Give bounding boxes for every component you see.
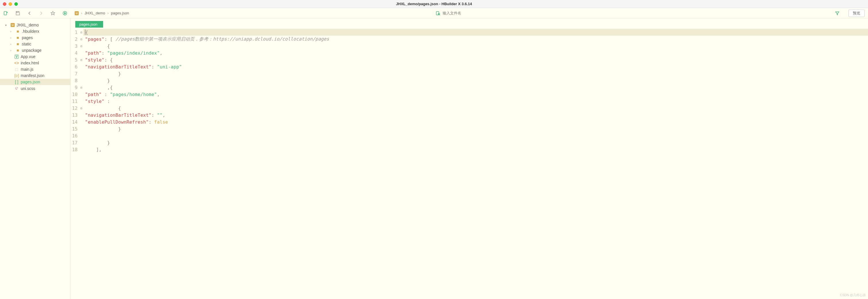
js-file-icon: ⬚ <box>14 67 19 71</box>
breadcrumb: U › JHXL_demo › pages.json <box>75 11 129 15</box>
chevron-right-icon: › <box>10 42 14 46</box>
svg-marker-6 <box>65 12 66 14</box>
tree-file[interactable]: {o}manifest.json <box>0 72 70 79</box>
tree-folder[interactable]: ›■unpackage <box>0 47 70 54</box>
code-line: "navigationBarTitleText": "", <box>83 112 868 118</box>
folder-icon: ■ <box>16 42 20 46</box>
code-line: ,{ <box>83 84 868 91</box>
tree-file[interactable]: VApp.vue <box>0 54 70 60</box>
filter-icon[interactable] <box>835 11 839 15</box>
code-line: "navigationBarTitleText": "uni-app" <box>83 63 868 70</box>
folder-icon: ■ <box>16 35 20 40</box>
file-explorer: ▾ U JHXL_demo ›■.hbuilderx ›■pages ›■sta… <box>0 19 71 299</box>
tree-file[interactable]: ⬚main.js <box>0 66 70 72</box>
code-line: { <box>83 104 868 112</box>
code-line: ], <box>83 146 868 153</box>
json-file-icon: [ ] <box>14 80 19 84</box>
chevron-down-icon: ▾ <box>5 24 9 27</box>
minimize-button[interactable] <box>9 2 12 6</box>
code-line: { <box>83 42 868 50</box>
new-file-icon[interactable] <box>3 11 8 16</box>
svg-marker-4 <box>51 11 55 15</box>
chevron-right-icon: › <box>10 30 14 33</box>
tree-root[interactable]: ▾ U JHXL_demo <box>0 22 70 28</box>
code-line: "style" : <box>83 98 868 104</box>
titlebar: JHXL_demo/pages.json - HBuilder X 3.6.14 <box>0 0 868 8</box>
maximize-button[interactable] <box>14 2 18 6</box>
chevron-right-icon: › <box>10 36 14 39</box>
chevron-right-icon: › <box>10 49 14 52</box>
tree-folder[interactable]: ›■pages <box>0 34 70 41</box>
tree-folder[interactable]: ›■.hbuilderx <box>0 28 70 34</box>
window-controls <box>3 2 18 6</box>
code-line: } <box>83 125 868 132</box>
star-icon[interactable] <box>51 11 55 16</box>
window-title: JHXL_demo/pages.json - HBuilder X 3.6.14 <box>396 2 472 6</box>
json-file-icon: {o} <box>14 73 19 78</box>
tree-file[interactable]: <>index.html <box>0 60 70 66</box>
svg-rect-3 <box>17 11 19 13</box>
search-area <box>136 11 828 16</box>
chevron-right-icon: › <box>81 11 82 15</box>
tree-file-active[interactable]: [ ]pages.json <box>0 79 70 85</box>
project-icon: U <box>75 11 79 15</box>
scss-file-icon: ଟ <box>14 86 19 91</box>
code-line: "enablePullDownRefresh": false <box>83 118 868 125</box>
svg-marker-10 <box>836 12 839 15</box>
folder-icon: ■ <box>16 48 20 53</box>
preview-button[interactable]: 预览 <box>848 9 865 17</box>
tree-root-label: JHXL_demo <box>17 23 39 27</box>
watermark: CSDN @几何心凉 <box>840 293 866 297</box>
tab-active[interactable]: pages.json <box>75 21 103 28</box>
search-input[interactable] <box>443 11 529 15</box>
breadcrumb-project[interactable]: JHXL_demo <box>85 11 105 15</box>
editor-area: pages.json 1⊟ 2⊟ 3⊟ 4 5⊟ 6 7 8 9⊟ 10 11 … <box>71 19 868 299</box>
save-icon[interactable] <box>16 11 20 16</box>
search-icon[interactable] <box>436 11 440 16</box>
code-line: "style": { <box>83 56 868 63</box>
code-line: } <box>83 77 868 84</box>
project-icon: U <box>10 23 15 27</box>
vue-file-icon: V <box>14 55 19 59</box>
forward-icon[interactable] <box>39 11 43 15</box>
code-content[interactable]: { "pages": [ //pages数组中第一项表示应用启动页，参考：htt… <box>83 28 868 299</box>
chevron-right-icon: › <box>107 11 108 15</box>
code-line: "pages": [ //pages数组中第一项表示应用启动页，参考：https… <box>83 36 868 42</box>
html-file-icon: <> <box>14 61 19 65</box>
code-line: } <box>83 70 868 77</box>
code-line: } <box>83 139 868 146</box>
svg-rect-0 <box>4 11 7 15</box>
code-line: "path": "pages/index/index", <box>83 50 868 56</box>
run-icon[interactable] <box>63 11 67 16</box>
line-gutter: 1⊟ 2⊟ 3⊟ 4 5⊟ 6 7 8 9⊟ 10 11 12⊟ 13 14 1… <box>71 28 83 299</box>
svg-line-9 <box>439 14 440 15</box>
tree-folder[interactable]: ›■static <box>0 41 70 47</box>
toolbar: U › JHXL_demo › pages.json 预览 <box>0 8 868 19</box>
tree-file[interactable]: ଟuni.scss <box>0 85 70 92</box>
back-icon[interactable] <box>28 11 32 15</box>
editor-tabs: pages.json <box>71 19 868 28</box>
code-editor[interactable]: 1⊟ 2⊟ 3⊟ 4 5⊟ 6 7 8 9⊟ 10 11 12⊟ 13 14 1… <box>71 28 868 299</box>
folder-icon: ■ <box>16 29 20 34</box>
code-line: "path" : "pages/home/home", <box>83 91 868 98</box>
code-line <box>83 132 868 139</box>
close-button[interactable] <box>3 2 6 6</box>
code-line: { <box>83 29 868 36</box>
main-area: ▾ U JHXL_demo ›■.hbuilderx ›■pages ›■sta… <box>0 19 868 299</box>
breadcrumb-file[interactable]: pages.json <box>111 11 129 15</box>
